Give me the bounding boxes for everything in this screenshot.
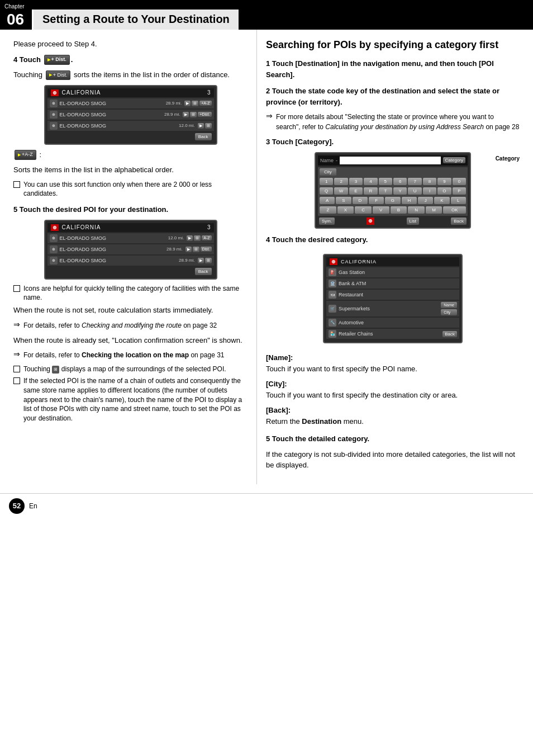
key-6[interactable]: 6 xyxy=(393,178,407,185)
key-ok[interactable]: OK xyxy=(443,206,465,214)
key-g[interactable]: G xyxy=(385,197,400,204)
screen2-row3[interactable]: ⊕ EL-DORADO SMOG 28.9 mi. ▶ ⊞ xyxy=(47,256,214,266)
az-label-container: +A-Z : xyxy=(13,149,248,160)
poi-row-automotive[interactable]: 🔧 Automotive xyxy=(326,318,459,328)
key-r[interactable]: R xyxy=(364,187,377,195)
key-i[interactable]: I xyxy=(423,187,436,195)
screen1-back-btn[interactable]: Back xyxy=(195,133,212,140)
s2-row1-az[interactable]: A-Z xyxy=(202,235,211,240)
poi-row-supermarkets[interactable]: 🛒 Supermarkets Name City xyxy=(326,301,459,316)
back-section: [Back]: Return the Destination menu. xyxy=(266,405,520,427)
screen1-row2[interactable]: ⊕ EL-DORADO SMOG 28.9 mi. ▶ ⊞ +Dist. xyxy=(47,110,214,120)
key-e[interactable]: E xyxy=(349,187,363,195)
key-b[interactable]: B xyxy=(391,206,407,214)
row3-btn1[interactable]: ▶ xyxy=(198,123,204,129)
s2-row2-dist[interactable]: Dist. xyxy=(201,247,212,252)
screen1-row1[interactable]: ⊕ EL-DORADO SMOG 28.9 mi. ▶ ⊞ +A-Z xyxy=(47,98,214,108)
key-m[interactable]: M xyxy=(426,206,442,214)
key-y[interactable]: Y xyxy=(393,187,407,195)
key-x[interactable]: X xyxy=(337,206,354,214)
key-7[interactable]: 7 xyxy=(408,178,421,185)
screen1-num: 3 xyxy=(207,89,211,96)
gas-icon: ⛽ xyxy=(329,268,336,276)
key-k[interactable]: K xyxy=(434,197,449,204)
row2-dist[interactable]: +Dist. xyxy=(198,112,211,117)
key-3[interactable]: 3 xyxy=(349,178,363,185)
key-o[interactable]: O xyxy=(437,187,451,195)
poi-row-restaurant[interactable]: 🍽 Restaurant xyxy=(326,290,459,300)
key-2[interactable]: 2 xyxy=(334,178,348,185)
key-1[interactable]: 1 xyxy=(320,178,333,185)
az-button[interactable]: +A-Z xyxy=(15,150,36,160)
poi-row-gas[interactable]: ⛽ Gas Station xyxy=(326,267,459,277)
s2-row3-btn1[interactable]: ▶ xyxy=(198,258,204,263)
key-5[interactable]: 5 xyxy=(379,178,392,185)
poi2-icon-1: ⊕ xyxy=(50,234,58,242)
az-description: Sorts the items in the list in the alpha… xyxy=(13,164,248,176)
key-8[interactable]: 8 xyxy=(423,178,436,185)
arrow-icon-1: ⇒ xyxy=(13,320,20,329)
s2-row1-btn1[interactable]: ▶ xyxy=(187,235,193,241)
back-btn-cat[interactable]: Back xyxy=(451,218,467,225)
key-d[interactable]: D xyxy=(353,197,368,204)
step5-note2: Touching ⊞ displays a map of the surroun… xyxy=(13,365,248,374)
key-4[interactable]: 4 xyxy=(364,178,377,185)
poi-icon-3: ⊕ xyxy=(50,122,58,130)
cat-keypad: City 1 2 3 4 5 6 7 8 9 0 xyxy=(318,167,468,216)
key-p[interactable]: P xyxy=(453,187,466,195)
list-btn[interactable]: List xyxy=(407,218,419,225)
city-side-btn[interactable]: City xyxy=(441,309,457,315)
key-f[interactable]: F xyxy=(369,197,384,204)
key-v[interactable]: V xyxy=(373,206,389,214)
key-t[interactable]: T xyxy=(379,187,392,195)
key-0[interactable]: 0 xyxy=(453,178,466,185)
row1-btn2[interactable]: ⊞ xyxy=(192,101,198,106)
s2-row2-btn2[interactable]: ⊞ xyxy=(193,247,199,252)
row1-az[interactable]: +A-Z xyxy=(199,101,211,106)
key-n[interactable]: N xyxy=(408,206,425,214)
step4-heading: 4 Touch + Dist.. xyxy=(13,54,248,65)
s2-row1-btn2[interactable]: ⊞ xyxy=(194,235,201,241)
side-btns: Name City xyxy=(441,302,457,315)
category-label: Category xyxy=(496,155,520,162)
city-btn[interactable]: City xyxy=(320,168,336,176)
right-step2-heading: 2 Touch the state code key of the destin… xyxy=(266,86,520,107)
row2-btn1[interactable]: ▶ xyxy=(183,112,189,117)
cat-input-field[interactable] xyxy=(340,157,441,164)
screen2-row1[interactable]: ⊕ EL-DORADO SMOG 12.0 mi. ▶ ⊞ A-Z xyxy=(47,233,214,243)
key-9[interactable]: 9 xyxy=(437,178,451,185)
dist-button-inline[interactable]: + Dist. xyxy=(46,70,71,81)
poi-row-retail[interactable]: 🏪 Retailer Chains Back xyxy=(326,329,459,339)
screen1-row3[interactable]: ⊕ EL-DORADO SMOG 12.0 mi. ▶ ⊞ xyxy=(47,121,214,131)
key-j[interactable]: J xyxy=(418,197,433,204)
s2-row3-btn2[interactable]: ⊞ xyxy=(205,258,212,263)
screen2-row2[interactable]: ⊕ EL-DORADO SMOG 28.9 mi. ▶ ⊞ Dist. xyxy=(47,244,214,254)
poi-back-btn[interactable]: Back xyxy=(442,331,457,337)
key-w[interactable]: W xyxy=(334,187,348,195)
city-btn-row: City xyxy=(320,168,466,176)
row2-btn2[interactable]: ⊞ xyxy=(190,112,197,117)
map-icon-btn[interactable]: ⊞ xyxy=(52,366,59,373)
screen2-back-btn[interactable]: Back xyxy=(195,268,212,275)
cat-category-btn[interactable]: Category xyxy=(443,157,465,163)
name-side-btn[interactable]: Name xyxy=(441,302,457,308)
sym-btn[interactable]: Sym. xyxy=(319,218,335,225)
cat-logo: ⊕ xyxy=(367,218,374,225)
key-row-asdf: A S D F G H J K L xyxy=(320,197,466,204)
key-a[interactable]: A xyxy=(320,197,335,204)
poi-row-bank[interactable]: 🏦 Bank & ATM xyxy=(326,278,459,289)
key-h[interactable]: H xyxy=(402,197,417,204)
step5-note3: If the selected POI is the name of a cha… xyxy=(13,376,248,423)
key-l[interactable]: L xyxy=(451,197,466,204)
row1-btn1[interactable]: ▶ xyxy=(184,101,191,106)
key-u[interactable]: U xyxy=(408,187,421,195)
note-checkbox-2 xyxy=(13,285,20,292)
dist-button[interactable]: + Dist. xyxy=(44,55,70,65)
left-column: Please proceed to Step 4. 4 Touch + Dist… xyxy=(0,30,257,484)
key-s[interactable]: S xyxy=(336,197,351,204)
key-z[interactable]: Z xyxy=(320,206,336,214)
s2-row2-btn1[interactable]: ▶ xyxy=(185,247,192,252)
key-q[interactable]: Q xyxy=(320,187,333,195)
key-c[interactable]: C xyxy=(355,206,372,214)
row3-btn2[interactable]: ⊞ xyxy=(205,123,212,129)
